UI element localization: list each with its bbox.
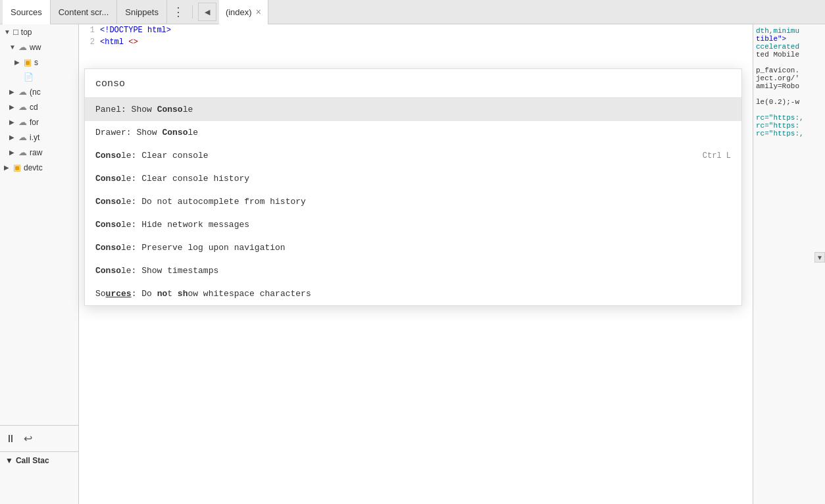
- command-palette[interactable]: Panel: Show Console Drawer: Show Console…: [84, 68, 742, 306]
- right-line-8: amily=Robo: [756, 82, 822, 90]
- sidebar-item-for[interactable]: ▶ ☁ for: [5, 114, 78, 130]
- cloud-icon-raw: ☁: [18, 147, 27, 157]
- command-item-drawer-show-console[interactable]: Drawer: Show Console: [85, 121, 741, 144]
- tree-arrow-s: ▶: [14, 59, 21, 66]
- command-item-no-autocomplete[interactable]: Console: Do not autocomplete from histor…: [85, 190, 741, 213]
- file-tab-label: (index): [226, 7, 252, 17]
- command-label-2: Drawer: Show Console: [95, 128, 731, 138]
- cloud-icon-cd: ☁: [18, 102, 27, 112]
- folder-icon-devtc: ▣: [13, 163, 21, 172]
- cloud-icon-nc: ☁: [18, 87, 27, 97]
- file-tab-index[interactable]: (index) ×: [219, 0, 268, 24]
- command-item-clear-console-history[interactable]: Console: Clear console history: [85, 167, 741, 190]
- line-number-2: 2: [79, 36, 100, 48]
- step-button[interactable]: ↩: [24, 432, 32, 445]
- right-line-14: rc="https:,: [756, 130, 822, 138]
- tab-content-scr[interactable]: Content scr...: [51, 0, 118, 24]
- right-line-4: ted Mobile: [756, 51, 822, 59]
- tree-arrow-raw: ▶: [9, 149, 16, 156]
- tab-bar: Sources Content scr... Snippets ⋮ ◀ (ind…: [0, 0, 825, 24]
- tree-arrow-iyt: ▶: [9, 134, 16, 141]
- folder-icon-s: ▣: [24, 57, 32, 67]
- sidebar-item-raw[interactable]: ▶ ☁ raw: [5, 145, 78, 160]
- right-line-11: [756, 106, 822, 114]
- tree-arrow-cd: ▶: [9, 103, 16, 111]
- code-line-2: 2 <html <>: [79, 36, 753, 48]
- command-label-9: Sources: Do not show whitespace characte…: [95, 289, 731, 299]
- collapse-icon: ◀: [205, 8, 210, 16]
- right-line-1: dth,minimu: [756, 27, 822, 35]
- sidebar-for-label: for: [30, 118, 39, 127]
- command-label-7: Console: Preserve log upon navigation: [95, 243, 731, 253]
- command-label-1: Panel: Show Console: [95, 105, 731, 114]
- command-input-area: [85, 69, 741, 98]
- sidebar-raw-label: raw: [30, 148, 42, 157]
- command-item-hide-network[interactable]: Console: Hide network messages: [85, 213, 741, 236]
- tree-arrow-for: ▶: [9, 118, 16, 126]
- right-line-13: rc="https:: [756, 122, 822, 130]
- sidebar-item-nc[interactable]: ▶ ☁ (nc: [5, 84, 78, 99]
- command-input-field[interactable]: [95, 78, 731, 89]
- right-panel: dth,minimu tible"> ccelerated ted Mobile…: [753, 24, 825, 504]
- command-label-6: Console: Hide network messages: [95, 220, 731, 230]
- call-stack-header: ▼ Call Stac: [0, 452, 78, 469]
- file-icon: 📄: [24, 72, 34, 82]
- command-item-show-timestamps[interactable]: Console: Show timestamps: [85, 259, 741, 282]
- collapse-sidebar-button[interactable]: ◀: [198, 3, 216, 21]
- command-label-8: Console: Show timestamps: [95, 266, 731, 276]
- command-list: Panel: Show Console Drawer: Show Console…: [85, 98, 741, 305]
- cloud-icon-iyt: ☁: [18, 132, 27, 142]
- sidebar-item-s[interactable]: ▶ ▣ s: [11, 55, 78, 70]
- close-file-tab-button[interactable]: ×: [256, 7, 261, 16]
- sidebar-nc-label: (nc: [30, 88, 41, 97]
- bottom-toolbar: ⏸ ↩: [0, 425, 79, 451]
- tab-separator: [192, 5, 193, 18]
- more-tabs-button[interactable]: ⋮: [167, 5, 189, 19]
- line-content-1: <!DOCTYPE html>: [100, 24, 753, 36]
- tab-snippets-label: Snippets: [125, 7, 159, 17]
- tab-content-scr-label: Content scr...: [59, 7, 109, 17]
- sidebar-item-devtc[interactable]: ▶ ▣ devtc: [0, 160, 78, 175]
- command-item-no-whitespace[interactable]: Sources: Do not show whitespace characte…: [85, 282, 741, 305]
- command-item-clear-console[interactable]: Console: Clear console Ctrl L: [85, 144, 741, 167]
- sidebar-cd-label: cd: [30, 103, 38, 112]
- command-label-5: Console: Do not autocomplete from histor…: [95, 197, 731, 207]
- right-panel-content: dth,minimu tible"> ccelerated ted Mobile…: [753, 24, 825, 140]
- sidebar-item-file[interactable]: 📄: [11, 70, 78, 84]
- sidebar-ww-label: ww: [30, 43, 41, 52]
- tree-arrow-ww: ▼: [9, 43, 16, 51]
- sidebar-item-cd[interactable]: ▶ ☁ cd: [5, 99, 78, 114]
- line-content-2: <html <>: [100, 36, 753, 48]
- sidebar-item-iyt[interactable]: ▶ ☁ i.yt: [5, 130, 78, 145]
- sidebar-item-top[interactable]: ▼ □ top: [0, 24, 78, 39]
- sidebar-item-ww[interactable]: ▼ ☁ ww: [5, 39, 78, 55]
- right-line-3: ccelerated: [756, 43, 822, 51]
- tab-sources-label: Sources: [11, 7, 42, 17]
- tab-sources[interactable]: Sources: [3, 0, 51, 24]
- more-dots-icon: ⋮: [172, 5, 184, 19]
- sidebar-top-label: top: [21, 28, 32, 37]
- command-item-panel-show-console[interactable]: Panel: Show Console: [85, 98, 741, 121]
- code-line-1: 1 <!DOCTYPE html>: [79, 24, 753, 36]
- right-line-7: ject.org/': [756, 74, 822, 82]
- tree-arrow-devtc: ▶: [4, 164, 11, 171]
- sidebar-s-label: s: [34, 58, 38, 67]
- line-number-1: 1: [79, 24, 100, 36]
- call-stack-label: Call Stac: [16, 456, 49, 465]
- page-icon: □: [13, 27, 18, 37]
- cloud-icon-ww: ☁: [18, 42, 27, 52]
- command-item-preserve-log[interactable]: Console: Preserve log upon navigation: [85, 236, 741, 259]
- call-stack-arrow: ▼: [5, 456, 13, 465]
- right-line-9: [756, 90, 822, 98]
- tree-arrow-nc: ▶: [9, 88, 16, 95]
- right-line-10: le(0.2);-w: [756, 98, 822, 106]
- command-label-3: Console: Clear console: [95, 151, 703, 161]
- right-line-5: [756, 59, 822, 66]
- right-line-6: p_favicon.: [756, 66, 822, 74]
- tab-snippets[interactable]: Snippets: [117, 0, 167, 24]
- cloud-icon-for: ☁: [18, 117, 27, 127]
- pause-button[interactable]: ⏸: [5, 433, 16, 445]
- command-label-4: Console: Clear console history: [95, 174, 731, 184]
- scroll-indicator[interactable]: ▼: [814, 252, 825, 263]
- command-shortcut-3: Ctrl L: [703, 151, 731, 161]
